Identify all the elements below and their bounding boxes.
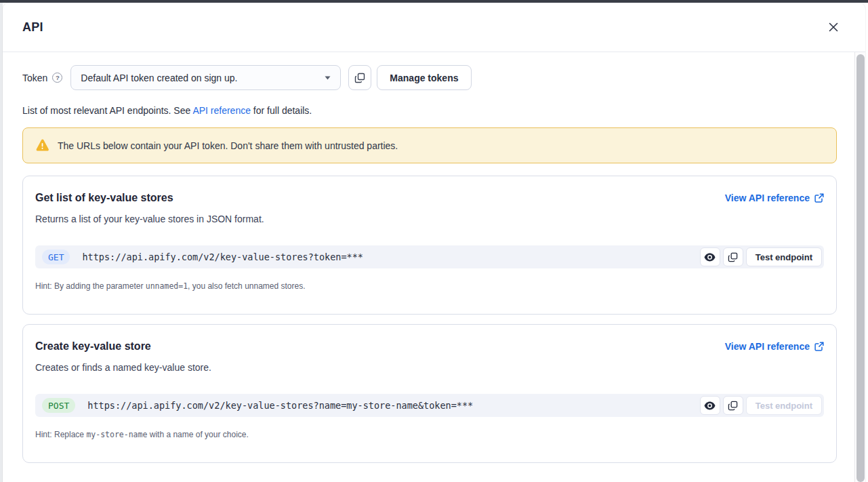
method-badge: GET [42,249,70,264]
hint-before: Hint: By adding the parameter [35,281,146,291]
hint-after: , you also fetch unnamed stores. [188,281,305,291]
close-button[interactable] [825,18,842,36]
token-label: Token [22,73,47,83]
view-api-reference-link[interactable]: View API reference [725,193,824,203]
eye-icon [704,253,716,262]
chevron-down-icon [325,76,331,80]
token-select-value: Default API token created on sign up. [81,73,325,83]
copy-icon [354,73,365,83]
hint-after: with a name of your choice. [147,430,248,439]
card-head: Get list of key-value stores View API re… [35,192,824,204]
scrollbar-thumb[interactable] [856,54,865,482]
view-api-reference-label: View API reference [725,193,810,203]
scrollbar-track[interactable] [854,52,865,482]
reveal-token-button[interactable] [700,247,720,266]
card-description: Creates or finds a named key-value store… [35,362,824,373]
endpoint-url: https://api.apify.com/v2/key-value-store… [82,252,699,262]
endpoint-controls: Test endpoint [700,396,822,415]
reveal-token-button[interactable] [700,396,720,415]
view-api-reference-label: View API reference [725,341,810,352]
warning-message: The URLs below contain your API token. D… [58,140,398,151]
endpoint-controls: Test endpoint [700,247,822,266]
endpoint-row: POST https://api.apify.com/v2/key-value-… [35,394,824,417]
view-api-reference-link[interactable]: View API reference [725,341,824,352]
intro-before: List of most relevant API endpoints. See [22,105,192,116]
token-select[interactable]: Default API token created on sign up. [70,65,341,90]
card-title: Create key-value store [35,340,151,353]
api-modal: API Token ? Default API token created on… [3,3,865,482]
warning-icon [35,139,49,152]
endpoint-url: https://api.apify.com/v2/key-value-store… [87,400,699,411]
intro-text: List of most relevant API endpoints. See… [22,105,837,116]
endpoint-row: GET https://api.apify.com/v2/key-value-s… [35,245,824,268]
warning-banner: The URLs below contain your API token. D… [22,127,837,163]
test-endpoint-button[interactable]: Test endpoint [746,396,822,415]
token-row: Token ? Default API token created on sig… [22,65,837,90]
close-icon [827,21,840,33]
copy-url-button[interactable] [723,396,743,415]
endpoint-hint: Hint: Replace my-store-name with a name … [35,430,824,439]
hint-before: Hint: Replace [35,430,86,439]
help-icon[interactable]: ? [52,73,62,83]
hint-code: my-store-name [86,430,147,439]
method-badge: POST [42,398,75,413]
modal-title: API [22,20,43,35]
eye-icon [704,401,716,410]
intro-after: for full details. [251,105,312,116]
external-link-icon [814,193,824,203]
api-reference-link[interactable]: API reference [192,105,251,116]
hint-code: unnamed=1 [146,281,188,291]
copy-icon [728,252,738,262]
copy-icon [728,401,738,411]
endpoint-card-create-store: Create key-value store View API referenc… [22,324,837,463]
manage-tokens-button[interactable]: Manage tokens [377,65,471,90]
endpoint-card-get-list: Get list of key-value stores View API re… [22,176,837,315]
modal-header: API [3,3,865,52]
endpoint-hint: Hint: By adding the parameter unnamed=1,… [35,281,824,291]
card-title: Get list of key-value stores [35,192,173,204]
modal-body: Token ? Default API token created on sig… [3,52,865,463]
card-description: Returns a list of your key-value stores … [35,214,824,224]
external-link-icon [814,342,824,351]
copy-url-button[interactable] [723,247,743,266]
copy-token-button[interactable] [348,65,371,90]
card-head: Create key-value store View API referenc… [35,340,824,353]
test-endpoint-button[interactable]: Test endpoint [746,247,822,266]
